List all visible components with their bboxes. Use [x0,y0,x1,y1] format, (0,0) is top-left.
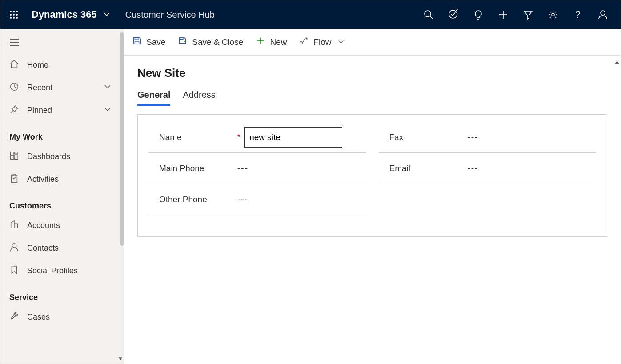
sidebar-group-customers: Customers [0,191,124,214]
save-close-button[interactable]: Save & Close [178,36,243,48]
field-name: Name * [148,122,366,153]
field-label: Name [148,132,237,142]
sidebar-item-label: Pinned [27,106,52,115]
home-icon [9,59,19,71]
field-label: Fax [379,132,468,142]
sidebar-item-activities[interactable]: Activities [0,168,124,191]
pin-icon [9,104,19,116]
filter-icon[interactable] [522,8,534,21]
svg-point-16 [552,13,554,16]
svg-point-7 [13,17,15,19]
sidebar-item-social-profiles[interactable]: Social Profiles [0,260,124,282]
chevron-down-icon [104,83,111,92]
help-icon[interactable] [572,8,584,21]
svg-rect-31 [135,41,139,44]
sidebar-item-recent[interactable]: Recent [0,76,124,99]
clock-icon [9,82,19,94]
svg-point-5 [16,14,18,16]
field-label: Email [379,164,468,173]
sidebar-item-cases[interactable]: Cases [0,306,124,328]
cmd-label: Flow [313,37,331,47]
tab-address[interactable]: Address [183,90,215,106]
save-button[interactable]: Save [132,36,165,48]
assistant-icon[interactable] [472,8,485,21]
tab-general[interactable]: General [137,90,170,106]
save-close-icon [178,36,188,48]
svg-line-10 [430,16,433,19]
search-icon[interactable] [422,8,435,21]
field-empty [379,184,597,215]
svg-point-3 [10,14,12,16]
field-value: --- [468,132,597,142]
svg-line-12 [456,9,458,11]
field-label: Main Phone [148,164,237,173]
svg-point-0 [10,11,12,12]
flow-button[interactable]: Flow [299,36,344,48]
user-icon[interactable] [597,8,609,21]
command-bar: Save Save & Close New Flow [124,29,621,56]
svg-point-35 [300,42,303,44]
module-name: Customer Service Hub [125,10,215,20]
sidebar-scrollbar[interactable]: ▼ [119,29,124,364]
svg-rect-24 [15,152,18,154]
sidebar-item-pinned[interactable]: Pinned [0,99,124,122]
sidebar-item-label: Cases [27,312,50,322]
page-title: New Site [137,66,607,80]
field-main-phone[interactable]: Main Phone --- [148,153,366,184]
field-value: --- [237,195,366,204]
svg-rect-25 [15,155,18,159]
sidebar-item-label: Contacts [27,244,59,253]
app-launcher-icon[interactable] [5,6,23,24]
add-icon[interactable] [497,8,509,21]
svg-point-1 [13,11,15,12]
task-flow-icon[interactable] [447,8,460,21]
svg-point-18 [601,11,605,15]
settings-icon[interactable] [547,8,559,21]
svg-point-17 [577,17,578,18]
name-input[interactable] [244,127,342,148]
top-navbar: Dynamics 365 Customer Service Hub [0,0,621,29]
sidebar-group-mywork: My Work [0,122,124,145]
cmd-label: Save [146,37,165,47]
site-map-sidebar: Home Recent Pinned My Work Dashboards Ac… [0,29,124,364]
sidebar-item-home[interactable]: Home [0,54,124,76]
sidebar-item-label: Social Profiles [27,266,78,276]
field-label: Other Phone [148,195,237,204]
hamburger-icon[interactable] [0,31,124,54]
svg-rect-23 [11,152,14,155]
cmd-label: New [270,37,287,47]
chevron-down-icon [338,37,344,47]
plus-icon [256,36,265,48]
save-icon [132,36,142,48]
required-indicator: * [237,133,240,141]
field-value: --- [237,164,366,173]
dashboard-icon [9,151,19,163]
field-email[interactable]: Email --- [379,153,597,184]
new-button[interactable]: New [256,36,287,48]
sidebar-group-service: Service [0,282,124,306]
clipboard-icon [9,173,19,185]
field-fax[interactable]: Fax --- [379,122,597,153]
person-icon [9,242,19,254]
svg-point-8 [16,17,18,19]
svg-point-29 [12,244,16,248]
brand-name: Dynamics 365 [32,9,97,20]
field-other-phone[interactable]: Other Phone --- [148,184,366,215]
brand-menu[interactable]: Dynamics 365 [32,9,110,20]
sidebar-item-accounts[interactable]: Accounts [0,214,124,237]
chevron-down-icon [103,9,110,20]
tab-list: General Address [137,90,607,106]
svg-rect-32 [180,38,183,40]
building-icon [9,220,19,232]
main-content: Save Save & Close New Flow New Site [124,29,621,364]
sidebar-item-label: Home [27,60,48,70]
sidebar-item-contacts[interactable]: Contacts [0,237,124,260]
svg-point-4 [13,14,15,16]
bookmark-icon [9,265,19,277]
wrench-icon [9,311,19,323]
content-scrollbar[interactable] [615,60,620,360]
svg-rect-26 [11,156,14,159]
svg-point-9 [425,11,431,17]
sidebar-item-label: Recent [27,83,52,92]
sidebar-item-dashboards[interactable]: Dashboards [0,145,124,168]
